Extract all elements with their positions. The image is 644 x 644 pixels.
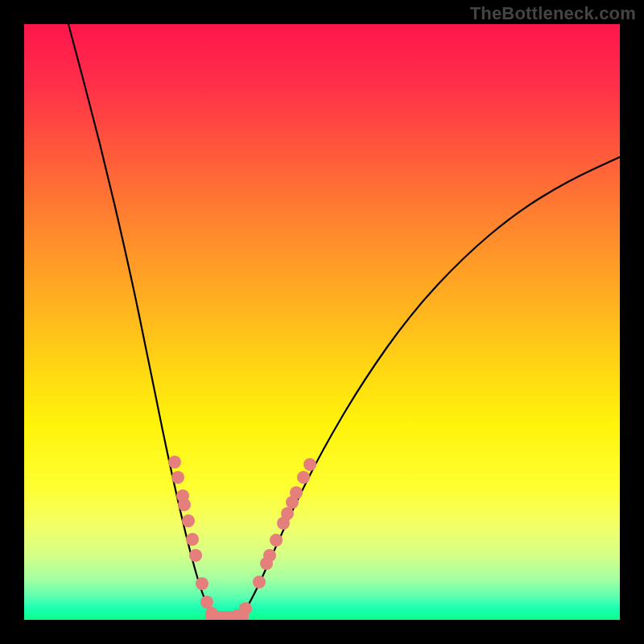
curve-left-branch [68, 24, 217, 618]
chart-frame: TheBottleneck.com [0, 0, 644, 644]
data-dot [290, 486, 303, 499]
data-dot [186, 533, 199, 546]
data-dot [168, 456, 181, 469]
curve-right-branch [237, 157, 620, 618]
watermark-text: TheBottleneck.com [470, 3, 636, 24]
data-dot [270, 534, 283, 547]
data-dot [189, 549, 202, 562]
data-dot [281, 507, 294, 520]
data-dot [297, 471, 310, 484]
chart-svg [24, 24, 620, 620]
data-dot [196, 577, 208, 590]
data-dot [178, 498, 191, 511]
data-dot [200, 596, 213, 609]
data-dot [171, 471, 184, 484]
data-dots [168, 456, 316, 620]
data-dot [263, 549, 276, 562]
data-dot [303, 458, 316, 471]
data-dot [182, 514, 195, 527]
plot-area [24, 24, 620, 620]
data-dot [253, 576, 266, 588]
data-dot [239, 602, 252, 615]
